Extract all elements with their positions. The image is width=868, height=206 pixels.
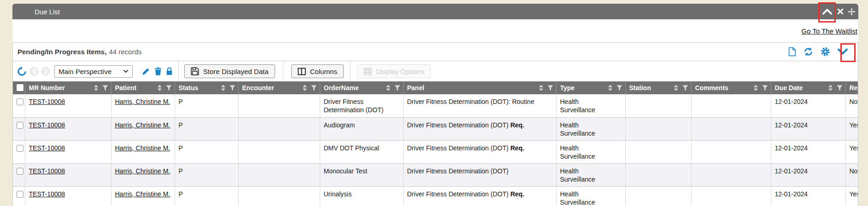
col-label: Patient: [115, 84, 137, 92]
row-checkbox[interactable]: [17, 122, 23, 129]
col-header-panel[interactable]: Panel: [403, 81, 556, 94]
toolbar: Main Perspective Store Displayed Data: [13, 61, 858, 81]
filter-icon[interactable]: [394, 85, 400, 91]
ordername-cell: Audiogram: [320, 117, 403, 140]
filter-icon[interactable]: [547, 85, 553, 91]
type-text: Health Surveillance: [560, 97, 604, 114]
sort-icon[interactable]: [674, 85, 679, 91]
sort-icon[interactable]: [753, 85, 758, 91]
filter-icon[interactable]: [166, 85, 172, 91]
ordername-cell: Monocular Test: [320, 163, 403, 186]
panel-text: Driver Fitness Determination (DOT): [407, 167, 509, 175]
expand-chevron-down-icon[interactable]: [838, 48, 848, 55]
perspective-select[interactable]: Main Perspective: [54, 65, 133, 78]
due-date-cell: 12-01-2024: [771, 186, 845, 206]
comments-cell: [691, 186, 771, 206]
sort-icon[interactable]: [221, 85, 226, 91]
move-icon[interactable]: [847, 4, 856, 19]
col-header-status[interactable]: Status: [175, 81, 238, 94]
mr-number-link[interactable]: TEST-10008: [29, 190, 65, 198]
mr-number-link[interactable]: TEST-10008: [29, 98, 65, 105]
mr-number-link[interactable]: TEST-10008: [29, 121, 65, 129]
sort-icon[interactable]: [539, 85, 544, 91]
table-row: TEST-10008 Harris, Christine M. P Urinal…: [13, 186, 858, 206]
prev-perspective-icon[interactable]: [29, 67, 39, 76]
col-header-ordername[interactable]: OrderName: [320, 81, 403, 94]
col-header-encounter[interactable]: Encounter: [238, 81, 320, 94]
sort-icon[interactable]: [386, 85, 391, 91]
status-cell: P: [175, 140, 238, 163]
display-options-button[interactable]: Display Options: [357, 64, 431, 78]
station-cell: [625, 140, 691, 163]
panel-actions: [788, 47, 852, 57]
filter-icon[interactable]: [102, 85, 108, 91]
filter-icon[interactable]: [837, 85, 843, 91]
col-header-req[interactable]: Req: [845, 81, 858, 94]
col-label: Encounter: [242, 84, 274, 92]
patient-link[interactable]: Harris, Christine M.: [115, 98, 170, 105]
filter-icon[interactable]: [762, 85, 768, 91]
req-cell: Yes: [845, 186, 858, 206]
delete-trash-icon[interactable]: [154, 67, 162, 76]
filter-icon[interactable]: [229, 85, 235, 91]
patient-link[interactable]: Harris, Christine M.: [115, 144, 170, 152]
waitlist-link[interactable]: Go To The Waitlist: [802, 27, 857, 35]
col-label: Panel: [407, 84, 424, 92]
lock-icon[interactable]: [166, 67, 173, 76]
refresh-icon[interactable]: [803, 47, 813, 57]
filter-icon[interactable]: [682, 85, 688, 91]
mr-number-link[interactable]: TEST-10008: [29, 167, 65, 175]
page-title: Due List: [35, 8, 60, 16]
col-label: Req: [850, 84, 858, 92]
panel-text: Driver Fitness Determination (DOT): [407, 144, 509, 152]
columns-icon: [298, 68, 306, 75]
sort-icon[interactable]: [94, 85, 99, 91]
station-cell: [625, 94, 691, 117]
sort-icon[interactable]: [302, 85, 307, 91]
due-date-cell: 12-01-2024: [771, 117, 845, 140]
ordername-cell: Driver Fitness Determination (DOT): [320, 94, 403, 117]
encounter-cell: [238, 163, 320, 186]
type-cell: Health Surveillance: [556, 140, 625, 163]
col-header-patient[interactable]: Patient: [111, 81, 175, 94]
reset-icon[interactable]: [17, 66, 27, 77]
patient-link[interactable]: Harris, Christine M.: [115, 121, 170, 129]
col-header-due-date[interactable]: Due Date: [771, 81, 845, 94]
close-icon[interactable]: [837, 4, 844, 19]
col-header-comments[interactable]: Comments: [691, 81, 771, 94]
patient-link[interactable]: Harris, Christine M.: [115, 167, 170, 175]
filter-icon[interactable]: [616, 85, 622, 91]
store-button-label: Store Displayed Data: [203, 68, 269, 75]
filter-icon[interactable]: [311, 85, 317, 91]
row-checkbox[interactable]: [17, 191, 23, 198]
type-text: Health Surveillance: [560, 121, 604, 138]
col-header-type[interactable]: Type: [556, 81, 625, 94]
columns-button[interactable]: Columns: [291, 64, 344, 78]
row-checkbox[interactable]: [17, 145, 23, 152]
patient-link[interactable]: Harris, Christine M.: [115, 190, 170, 198]
table-row: TEST-10008 Harris, Christine M. P Audiog…: [13, 117, 858, 140]
req-cell: Yes: [845, 117, 858, 140]
edit-pencil-icon[interactable]: [141, 67, 150, 76]
encounter-cell: [238, 94, 320, 117]
row-checkbox[interactable]: [17, 98, 23, 105]
col-header-station[interactable]: Station: [625, 81, 691, 94]
sort-icon[interactable]: [828, 85, 833, 91]
row-checkbox[interactable]: [17, 168, 23, 175]
mr-number-link[interactable]: TEST-10008: [29, 144, 65, 152]
row-select-cell: [13, 163, 25, 186]
station-cell: [625, 117, 691, 140]
sort-icon[interactable]: [157, 85, 162, 91]
col-header-mr-number[interactable]: MR Number: [25, 81, 111, 94]
sort-icon[interactable]: [608, 85, 613, 91]
store-displayed-data-button[interactable]: Store Displayed Data: [184, 64, 275, 78]
collapse-chevron-up-icon[interactable]: [821, 4, 833, 19]
select-all-checkbox[interactable]: [17, 84, 23, 91]
col-label: Status: [179, 84, 199, 92]
mr-number-cell: TEST-10008: [25, 94, 111, 117]
new-document-icon[interactable]: [788, 47, 796, 57]
type-cell: Health Surveillance: [556, 94, 625, 117]
next-perspective-icon[interactable]: [41, 67, 50, 76]
settings-gear-icon[interactable]: [821, 47, 830, 57]
patient-cell: Harris, Christine M.: [111, 186, 175, 206]
